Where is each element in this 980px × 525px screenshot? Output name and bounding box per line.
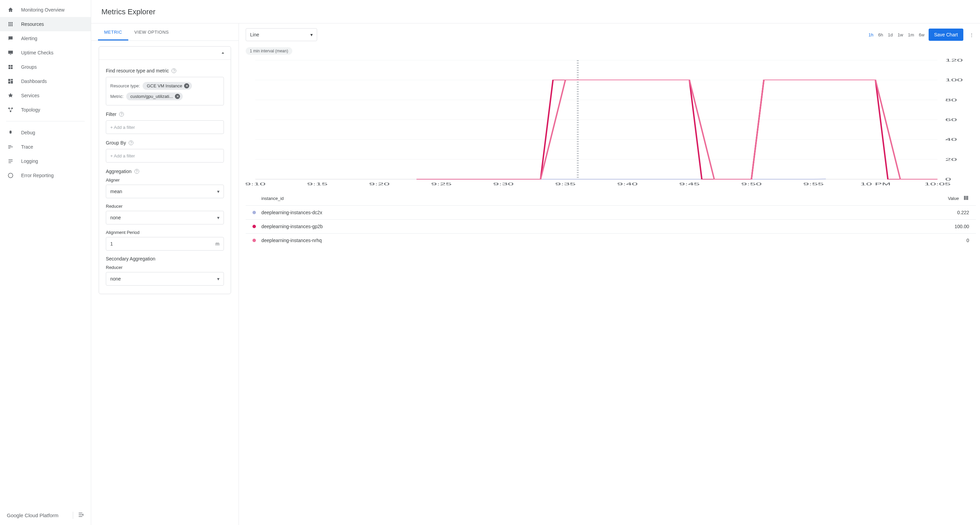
- sidebar-item-label: Monitoring Overview: [21, 7, 65, 13]
- sidebar-footer: Google Cloud Platform: [0, 506, 91, 525]
- sidebar-item-trace[interactable]: Trace: [0, 140, 91, 154]
- legend-id-header: instance_id: [253, 196, 948, 201]
- home-icon: [8, 7, 21, 13]
- time-range-1h[interactable]: 1h: [869, 32, 873, 37]
- caret-down-icon: ▾: [217, 189, 220, 194]
- svg-text:80: 80: [945, 98, 957, 102]
- alignment-period-input[interactable]: 1 m: [106, 237, 224, 251]
- svg-text:9:30: 9:30: [493, 182, 514, 186]
- columns-icon[interactable]: [963, 195, 969, 202]
- secondary-reducer-select[interactable]: none ▾: [106, 272, 224, 285]
- sidebar-divider: [6, 121, 85, 121]
- help-icon[interactable]: ?: [119, 112, 124, 117]
- help-icon[interactable]: ?: [172, 68, 176, 73]
- caret-down-icon: ▾: [217, 276, 220, 282]
- svg-text:9:15: 9:15: [307, 182, 327, 186]
- chart-area[interactable]: 0204060801001209:109:159:209:259:309:359…: [246, 58, 976, 187]
- groupby-input[interactable]: + Add a filter: [106, 149, 224, 163]
- svg-text:10 PM: 10 PM: [860, 182, 891, 186]
- legend-row[interactable]: deeplearning-instances-dc2x0.222: [246, 205, 976, 219]
- svg-text:9:25: 9:25: [431, 182, 452, 186]
- sidebar-item-monitoring-overview[interactable]: Monitoring Overview: [0, 3, 91, 17]
- time-range-1m[interactable]: 1m: [908, 32, 914, 37]
- services-icon: [8, 92, 21, 98]
- resource-metric-box[interactable]: Resource type: GCE VM Instance ✕ Metric:: [106, 77, 224, 105]
- query-tabs: METRIC VIEW OPTIONS: [91, 24, 239, 41]
- legend-value: 0: [966, 238, 969, 243]
- titlebar: Metrics Explorer: [91, 0, 980, 23]
- resource-type-chip[interactable]: GCE VM Instance ✕: [143, 82, 192, 90]
- sidebar-item-groups[interactable]: Groups: [0, 60, 91, 74]
- trace-icon: [8, 144, 21, 150]
- time-range-picker: 1h6h1d1w1m6w: [869, 32, 924, 37]
- sidebar-item-alerting[interactable]: Alerting: [0, 31, 91, 46]
- series-line: [417, 80, 937, 179]
- remove-metric-icon[interactable]: ✕: [175, 94, 180, 99]
- filter-input[interactable]: + Add a filter: [106, 121, 224, 134]
- svg-text:9:50: 9:50: [741, 182, 762, 186]
- legend-value-header: Value: [948, 196, 959, 201]
- aligner-select[interactable]: mean ▾: [106, 185, 224, 198]
- collapse-sidebar-icon[interactable]: [73, 512, 84, 519]
- svg-text:9:55: 9:55: [803, 182, 824, 186]
- legend-instance-name: deeplearning-instances-nrhq: [261, 238, 966, 243]
- reducer-label: Reducer: [106, 204, 224, 209]
- series-dot-icon: [253, 211, 256, 214]
- time-range-6h[interactable]: 6h: [878, 32, 883, 37]
- svg-text:9:35: 9:35: [555, 182, 576, 186]
- legend-row[interactable]: deeplearning-instances-nrhq0: [246, 233, 976, 247]
- resource-type-label: Resource type:: [110, 83, 140, 89]
- metric-chip[interactable]: custom/gpu_utilizati... ✕: [126, 92, 183, 100]
- svg-text:100: 100: [945, 78, 963, 82]
- legend-value: 0.222: [957, 210, 969, 215]
- sidebar-item-label: Dashboards: [21, 79, 47, 84]
- sidebar-item-resources[interactable]: Resources: [0, 17, 91, 31]
- legend-instance-name: deeplearning-instances-gp2b: [261, 224, 955, 229]
- chart-type-select[interactable]: Line ▾: [246, 28, 317, 41]
- query-panel: METRIC VIEW OPTIONS Find resource type a…: [91, 24, 239, 525]
- tab-view-options[interactable]: VIEW OPTIONS: [128, 24, 175, 40]
- sidebar-item-label: Topology: [21, 107, 40, 113]
- card-collapse-toggle[interactable]: [99, 47, 231, 60]
- svg-text:9:20: 9:20: [369, 182, 390, 186]
- sidebar-item-label: Groups: [21, 64, 37, 70]
- tab-metric[interactable]: METRIC: [98, 24, 128, 40]
- time-range-1d[interactable]: 1d: [888, 32, 892, 37]
- help-icon[interactable]: ?: [129, 140, 134, 145]
- sidebar-item-dashboards[interactable]: Dashboards: [0, 74, 91, 89]
- legend-table: instance_id Value deeplearning-instances…: [246, 192, 976, 247]
- sidebar-item-debug[interactable]: Debug: [0, 125, 91, 140]
- sidebar-item-logging[interactable]: Logging: [0, 154, 91, 168]
- caret-down-icon: ▾: [217, 215, 220, 220]
- time-range-6w[interactable]: 6w: [919, 32, 924, 37]
- filter-title: Filter: [106, 111, 116, 117]
- aligner-label: Aligner: [106, 178, 224, 182]
- sidebar-item-label: Error Reporting: [21, 173, 54, 178]
- sidebar-item-topology[interactable]: Topology: [0, 103, 91, 117]
- topology-icon: [8, 107, 21, 113]
- remove-resource-icon[interactable]: ✕: [184, 83, 189, 89]
- groupby-title: Group By: [106, 140, 126, 146]
- more-menu-icon[interactable]: ⋮: [967, 32, 976, 37]
- time-range-1w[interactable]: 1w: [898, 32, 904, 37]
- caret-down-icon: ▾: [310, 32, 313, 37]
- secondary-reducer-label: Reducer: [106, 265, 224, 270]
- sidebar-item-label: Trace: [21, 144, 33, 150]
- svg-text:40: 40: [945, 137, 957, 141]
- save-chart-button[interactable]: Save Chart: [929, 29, 963, 41]
- svg-text:20: 20: [945, 157, 957, 162]
- reducer-select[interactable]: none ▾: [106, 211, 224, 224]
- alignment-period-label: Alignment Period: [106, 230, 224, 235]
- legend-value: 100.00: [955, 224, 969, 229]
- svg-text:9:40: 9:40: [617, 182, 638, 186]
- legend-row[interactable]: deeplearning-instances-gp2b100.00: [246, 219, 976, 233]
- sidebar-item-label: Debug: [21, 130, 35, 135]
- sidebar-item-uptime-checks[interactable]: Uptime Checks: [0, 46, 91, 60]
- sidebar-item-error-reporting[interactable]: Error Reporting: [0, 168, 91, 182]
- help-icon[interactable]: ?: [134, 169, 139, 174]
- series-dot-icon: [253, 225, 256, 228]
- sidebar-item-services[interactable]: Services: [0, 89, 91, 103]
- screen-icon: [8, 50, 21, 56]
- apps-icon: [8, 21, 21, 27]
- metric-card: Find resource type and metric ? Resource…: [99, 46, 231, 294]
